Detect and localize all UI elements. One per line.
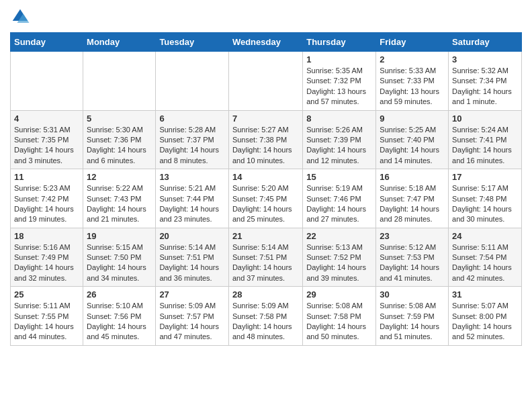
calendar-cell: 29Sunrise: 5:08 AMSunset: 7:58 PMDayligh… (303, 287, 376, 346)
day-number: 26 (87, 289, 152, 300)
calendar-cell: 1Sunrise: 5:35 AMSunset: 7:32 PMDaylight… (303, 52, 376, 111)
cell-text: Sunset: 7:40 PM (380, 135, 445, 145)
cell-text: Sunrise: 5:19 AM (306, 183, 372, 193)
calendar-cell (156, 52, 229, 111)
calendar-cell: 27Sunrise: 5:09 AMSunset: 7:57 PMDayligh… (156, 287, 229, 346)
day-number: 23 (380, 231, 445, 241)
cell-text: Sunset: 7:57 PM (159, 312, 225, 322)
calendar-cell: 3Sunrise: 5:32 AMSunset: 7:34 PMDaylight… (449, 52, 522, 111)
day-number: 17 (452, 172, 518, 182)
cell-text: Sunset: 7:58 PM (306, 312, 372, 322)
cell-text: Daylight: 14 hours and 45 minutes. (87, 322, 152, 342)
cell-text: Daylight: 14 hours and 34 minutes. (87, 263, 152, 283)
cell-text: Sunrise: 5:09 AM (159, 301, 225, 311)
cell-text: Daylight: 14 hours and 21 minutes. (87, 204, 152, 225)
calendar-cell: 31Sunrise: 5:07 AMSunset: 8:00 PMDayligh… (449, 287, 522, 346)
cell-text: Sunrise: 5:22 AM (87, 183, 152, 193)
cell-text: Sunrise: 5:14 AM (159, 242, 225, 253)
calendar-cell: 23Sunrise: 5:12 AMSunset: 7:53 PMDayligh… (376, 228, 449, 287)
day-number: 18 (14, 231, 79, 241)
calendar-week-2: 4Sunrise: 5:31 AMSunset: 7:35 PMDaylight… (11, 110, 522, 169)
cell-text: Sunset: 7:51 PM (159, 253, 225, 263)
cell-text: Daylight: 14 hours and 47 minutes. (159, 322, 225, 342)
cell-text: Sunset: 7:41 PM (452, 135, 518, 145)
cell-text: Sunset: 7:55 PM (14, 312, 79, 322)
day-header-tuesday: Tuesday (156, 33, 229, 52)
cell-text: Daylight: 14 hours and 42 minutes. (452, 263, 518, 283)
calendar-cell: 14Sunrise: 5:20 AMSunset: 7:45 PMDayligh… (228, 169, 302, 228)
cell-text: Sunset: 7:39 PM (306, 135, 372, 145)
cell-text: Sunset: 7:54 PM (452, 253, 518, 263)
calendar-cell (11, 52, 83, 111)
cell-text: Sunrise: 5:07 AM (452, 301, 518, 311)
cell-text: Sunset: 7:43 PM (87, 194, 152, 204)
day-number: 16 (380, 172, 445, 182)
calendar-cell: 16Sunrise: 5:18 AMSunset: 7:47 PMDayligh… (376, 169, 449, 228)
day-number: 10 (452, 113, 518, 124)
calendar-cell: 18Sunrise: 5:16 AMSunset: 7:49 PMDayligh… (11, 228, 83, 287)
cell-text: Sunset: 8:00 PM (452, 312, 518, 322)
cell-text: Daylight: 14 hours and 30 minutes. (452, 204, 518, 225)
cell-text: Daylight: 14 hours and 23 minutes. (159, 204, 225, 225)
calendar-cell: 12Sunrise: 5:22 AMSunset: 7:43 PMDayligh… (83, 169, 156, 228)
cell-text: Daylight: 14 hours and 36 minutes. (159, 263, 225, 283)
cell-text: Sunrise: 5:31 AM (14, 125, 79, 135)
cell-text: Sunrise: 5:23 AM (14, 183, 79, 193)
calendar-cell: 20Sunrise: 5:14 AMSunset: 7:51 PMDayligh… (156, 228, 229, 287)
day-number: 14 (232, 172, 299, 182)
cell-text: Daylight: 13 hours and 59 minutes. (380, 87, 445, 107)
cell-text: Sunset: 7:33 PM (380, 76, 445, 86)
cell-text: Daylight: 14 hours and 12 minutes. (306, 145, 372, 166)
cell-text: Sunrise: 5:09 AM (232, 301, 299, 311)
cell-text: Sunset: 7:48 PM (452, 194, 518, 204)
cell-text: Sunset: 7:36 PM (87, 135, 152, 145)
cell-text: Sunrise: 5:11 AM (14, 301, 79, 311)
cell-text: Sunrise: 5:17 AM (452, 183, 518, 193)
calendar-cell: 25Sunrise: 5:11 AMSunset: 7:55 PMDayligh… (11, 287, 83, 346)
day-number: 6 (159, 113, 225, 124)
calendar-cell: 5Sunrise: 5:30 AMSunset: 7:36 PMDaylight… (83, 110, 156, 169)
day-number: 28 (232, 289, 299, 300)
calendar-header-row: SundayMondayTuesdayWednesdayThursdayFrid… (11, 33, 522, 52)
calendar-week-5: 25Sunrise: 5:11 AMSunset: 7:55 PMDayligh… (11, 287, 522, 346)
cell-text: Sunset: 7:49 PM (14, 253, 79, 263)
cell-text: Sunset: 7:37 PM (159, 135, 225, 145)
cell-text: Sunrise: 5:25 AM (380, 125, 445, 135)
day-header-monday: Monday (83, 33, 156, 52)
cell-text: Sunset: 7:38 PM (232, 135, 299, 145)
cell-text: Sunrise: 5:35 AM (306, 66, 372, 76)
cell-text: Daylight: 14 hours and 16 minutes. (452, 145, 518, 166)
cell-text: Daylight: 14 hours and 1 minute. (452, 87, 518, 107)
cell-text: Daylight: 14 hours and 48 minutes. (232, 322, 299, 342)
calendar-cell: 21Sunrise: 5:14 AMSunset: 7:51 PMDayligh… (228, 228, 302, 287)
cell-text: Daylight: 14 hours and 3 minutes. (14, 145, 79, 166)
cell-text: Sunset: 7:46 PM (306, 194, 372, 204)
day-number: 8 (306, 113, 372, 124)
cell-text: Sunrise: 5:10 AM (87, 301, 152, 311)
cell-text: Sunrise: 5:16 AM (14, 242, 79, 253)
header (10, 7, 522, 27)
calendar-week-4: 18Sunrise: 5:16 AMSunset: 7:49 PMDayligh… (11, 228, 522, 287)
cell-text: Sunrise: 5:15 AM (87, 242, 152, 253)
day-number: 15 (306, 172, 372, 182)
cell-text: Sunrise: 5:24 AM (452, 125, 518, 135)
calendar-cell: 4Sunrise: 5:31 AMSunset: 7:35 PMDaylight… (11, 110, 83, 169)
cell-text: Sunset: 7:42 PM (14, 194, 79, 204)
cell-text: Sunset: 7:59 PM (380, 312, 445, 322)
cell-text: Daylight: 14 hours and 50 minutes. (306, 322, 372, 342)
day-number: 11 (14, 172, 79, 182)
calendar-cell: 17Sunrise: 5:17 AMSunset: 7:48 PMDayligh… (449, 169, 522, 228)
calendar-cell: 11Sunrise: 5:23 AMSunset: 7:42 PMDayligh… (11, 169, 83, 228)
calendar-cell: 26Sunrise: 5:10 AMSunset: 7:56 PMDayligh… (83, 287, 156, 346)
calendar-cell: 9Sunrise: 5:25 AMSunset: 7:40 PMDaylight… (376, 110, 449, 169)
cell-text: Sunrise: 5:08 AM (306, 301, 372, 311)
cell-text: Daylight: 14 hours and 27 minutes. (306, 204, 372, 225)
calendar-cell: 30Sunrise: 5:08 AMSunset: 7:59 PMDayligh… (376, 287, 449, 346)
day-number: 25 (14, 289, 79, 300)
calendar-cell: 13Sunrise: 5:21 AMSunset: 7:44 PMDayligh… (156, 169, 229, 228)
cell-text: Daylight: 14 hours and 52 minutes. (452, 322, 518, 342)
day-number: 24 (452, 231, 518, 241)
day-header-thursday: Thursday (303, 33, 376, 52)
cell-text: Sunrise: 5:08 AM (380, 301, 445, 311)
calendar-cell (228, 52, 302, 111)
